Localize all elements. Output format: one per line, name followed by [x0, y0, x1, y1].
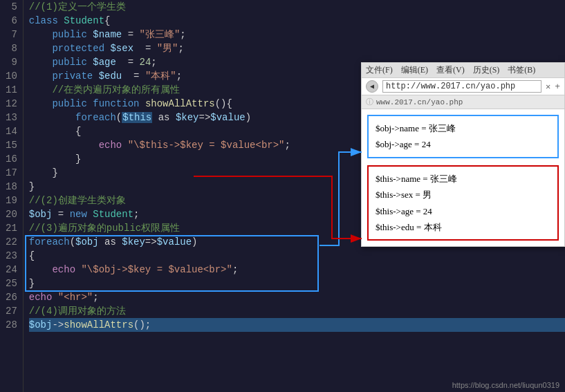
menu-file[interactable]: 文件(F) [366, 64, 393, 76]
secure-bar: ⓘ www.2017.cn/yao.php [362, 95, 564, 109]
code-line-23: { [29, 249, 565, 263]
url-display: www.2017.cn/yao.php [376, 98, 463, 106]
plus-tab-button[interactable]: + [555, 82, 560, 92]
menu-history[interactable]: 历史(S) [473, 64, 500, 76]
code-line-24: echo "\$obj->$key = $value<br>"; [29, 263, 565, 277]
url-bar[interactable]: http://www.2017.cn/yao.php [382, 80, 541, 93]
info-icon: ⓘ [366, 97, 373, 107]
code-line-8: protected $sex = "男"; [29, 41, 565, 55]
code-line-7: public $name = "张三峰"; [29, 28, 565, 41]
editor-area: 5 6 7 8 9 10 11 12 13 14 15 16 17 18 19 … [0, 0, 565, 392]
output-this-sex: $this->sex = 男 [376, 187, 550, 203]
code-line-5: //(1)定义一个学生类 [29, 0, 565, 14]
output-obj-name: $obj->name = 张三峰 [376, 120, 550, 136]
output-box-red: $this->name = 张三峰 $this->sex = 男 $this->… [367, 165, 559, 241]
menu-view[interactable]: 查看(V) [436, 64, 465, 76]
output-box-blue: $obj->name = 张三峰 $obj->age = 24 [367, 115, 559, 158]
watermark: https://blog.csdn.net/liuqun0319 [452, 381, 559, 389]
browser-body: $obj->name = 张三峰 $obj->age = 24 $this->n… [362, 109, 564, 246]
output-obj-age: $obj->age = 24 [376, 136, 550, 152]
menu-bookmark[interactable]: 书签(B) [508, 64, 535, 76]
close-tab-button[interactable]: ✕ [546, 82, 550, 92]
menu-edit[interactable]: 编辑(E) [401, 64, 428, 76]
output-this-edu: $this->edu = 本科 [376, 219, 550, 235]
browser-panel[interactable]: 文件(F) 编辑(E) 查看(V) 历史(S) 书签(B) ◀ http://w… [361, 62, 565, 247]
output-this-name: $this->name = 张三峰 [376, 171, 550, 187]
browser-menu: 文件(F) 编辑(E) 查看(V) 历史(S) 书签(B) [362, 63, 564, 78]
output-this-age: $this->age = 24 [376, 203, 550, 219]
code-line-26: echo "<hr>"; [29, 290, 565, 304]
line-numbers: 5 6 7 8 9 10 11 12 13 14 15 16 17 18 19 … [0, 0, 24, 392]
code-line-27: //(4)调用对象的方法 [29, 304, 565, 318]
code-line-6: class Student{ [29, 14, 565, 28]
back-button[interactable]: ◀ [366, 80, 378, 93]
code-line-25: } [29, 277, 565, 290]
code-line-28: $obj->showAllAttrs(); [29, 318, 565, 332]
browser-address-bar: ◀ http://www.2017.cn/yao.php ✕ + [362, 78, 564, 95]
